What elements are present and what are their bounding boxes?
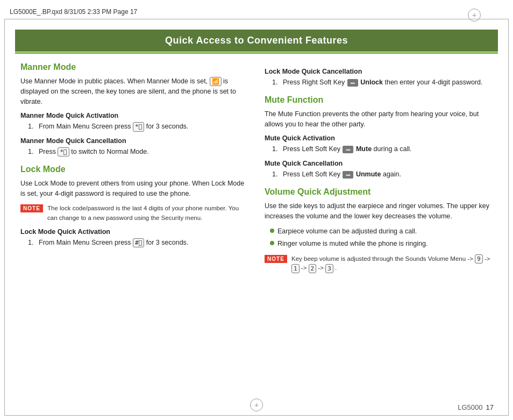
lock-mode-title: Lock Mode [20, 165, 248, 174]
lock-cancel-step: 1. Press Right Soft Key Unlock then ente… [272, 77, 493, 88]
lock-note-label: NOTE [20, 204, 43, 212]
mute-cancel-title: Mute Quick Cancellation [265, 160, 493, 167]
footer-brand: LG5000 [458, 403, 482, 411]
vol-key-9: 9 [475, 254, 483, 264]
mute-activation-step: 1. Press Left Soft Key Mute during a cal… [272, 144, 493, 154]
footer-page: 17 [486, 403, 494, 411]
page-title: Quick Access to Convenient Features [15, 30, 498, 52]
mute-function-title: Mute Function [265, 95, 493, 105]
manner-activation-title: Manner Mode Quick Activation [20, 112, 248, 119]
manner-mode-section: Manner Mode Use Manner Mode in public pl… [20, 62, 248, 157]
right-softkey-icon [347, 79, 358, 87]
lock-cancellation-section: Lock Mode Quick Cancellation 1. Press Ri… [265, 68, 493, 88]
lock-cancel-title: Lock Mode Quick Cancellation [265, 68, 493, 75]
volume-section: Volume Quick Adjustment Use the side key… [265, 187, 493, 273]
manner-activation-key: *⃣ [133, 122, 144, 131]
volume-title: Volume Quick Adjustment [265, 187, 493, 197]
manner-activation-step: 1. From Main Menu Screen press *⃣ for 3 … [28, 122, 248, 132]
mute-cancel-step: 1. Press Left Soft Key Unmute again. [272, 169, 493, 180]
right-column: Lock Mode Quick Cancellation 1. Press Ri… [265, 58, 493, 393]
vol-key-3: 3 [325, 264, 333, 273]
left-softkey-icon-mute [343, 146, 353, 153]
reg-mark-top [468, 9, 481, 22]
mute-function-section: Mute Function The Mute Function prevents… [265, 95, 493, 180]
lock-mode-body: Use Lock Mode to prevent others from usi… [20, 179, 248, 199]
mute-activation-title: Mute Quick Activation [265, 134, 493, 142]
manner-mode-title: Manner Mode [20, 62, 248, 72]
left-softkey-icon-unmute [343, 171, 353, 179]
manner-cancellation-step: 1. Press *⃣ to switch to Normal Mode. [28, 147, 248, 157]
mute-label: Mute [356, 145, 372, 153]
volume-bullet-2: Ringer volume is muted while the phone i… [270, 239, 493, 249]
title-accent-line [15, 52, 498, 54]
manner-cancellation-title: Manner Mode Quick Cancellation [20, 137, 248, 145]
volume-note-label: NOTE [265, 255, 287, 263]
volume-bullet-1: Earpiece volume can be adjusted during a… [270, 226, 493, 237]
volume-body: Use the side keys to adjust the earpiece… [265, 201, 493, 222]
lock-activation-key: #⃣ [133, 238, 144, 247]
manner-icon: 📶 [210, 77, 222, 86]
volume-note-text: Key beep volume is adjusted through the … [291, 254, 493, 273]
left-column: Manner Mode Use Manner Mode in public pl… [20, 58, 248, 393]
reg-mark-bottom [250, 398, 263, 411]
vol-key-1: 1 [291, 264, 300, 273]
volume-note-box: NOTE Key beep volume is adjusted through… [265, 254, 493, 273]
vol-key-2: 2 [309, 264, 317, 273]
file-header: LG5000E_.BP.qxd 8/31/05 2:33 PM Page 17 [4, 4, 509, 19]
unlock-label: Unlock [360, 79, 383, 86]
volume-bullet-1-text: Earpiece volume can be adjusted during a… [277, 226, 417, 237]
file-header-text: LG5000E_.BP.qxd 8/31/05 2:33 PM Page 17 [10, 8, 137, 16]
manner-mode-body: Use Manner Mode in public places. When M… [20, 76, 248, 106]
page-footer: LG5000 17 [458, 403, 494, 411]
content-area: Manner Mode Use Manner Mode in public pl… [20, 58, 493, 393]
unmute-label: Unmute [356, 170, 381, 178]
lock-note-text: The lock code/password is the last 4 dig… [47, 204, 248, 223]
lock-activation-title: Lock Mode Quick Activation [20, 228, 248, 236]
mute-function-body: The Mute Function prevents the other par… [265, 109, 493, 130]
lock-mode-section: Lock Mode Use Lock Mode to prevent other… [20, 165, 248, 248]
volume-bullet-list: Earpiece volume can be adjusted during a… [265, 226, 493, 249]
manner-cancel-key: *⃣ [58, 147, 69, 156]
lock-note-box: NOTE The lock code/password is the last … [20, 204, 248, 223]
volume-bullet-2-text: Ringer volume is muted while the phone i… [277, 239, 428, 249]
lock-activation-step: 1. From Main Menu Screen press #⃣ for 3 … [28, 238, 248, 248]
bullet-dot-2 [270, 241, 274, 245]
bullet-dot-1 [270, 229, 274, 233]
